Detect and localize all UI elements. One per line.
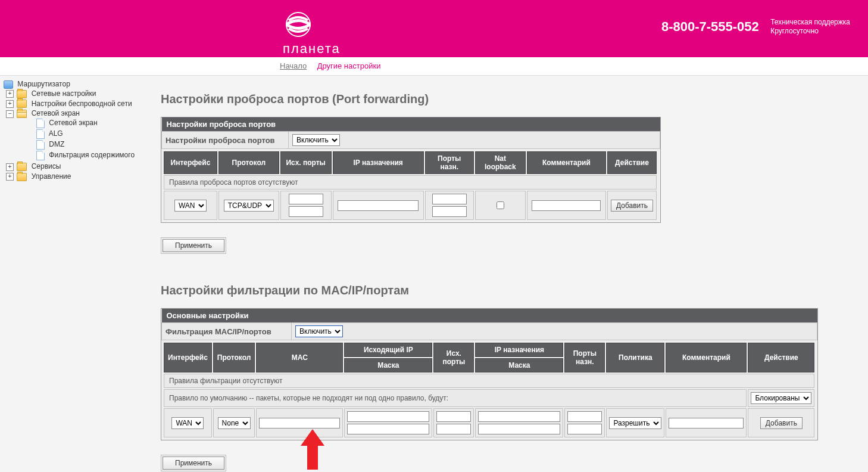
tree-item-wireless[interactable]: + Настройки беспроводной сети xyxy=(5,100,132,108)
col-iface: Интерфейс xyxy=(164,151,217,174)
macfilter-srcmask-input[interactable] xyxy=(347,424,429,434)
page-icon xyxy=(36,151,45,160)
annotation-arrow xyxy=(301,429,324,470)
folder-open-icon xyxy=(17,110,27,118)
portfwd-label: Настройки проброса портов xyxy=(162,132,289,149)
col-dstports: Порты назн. xyxy=(425,151,474,174)
box-title-macfilter: Основные настройки xyxy=(162,309,817,323)
macfilter-table: Интерфейс Протокол MAC Исходящий IP Исх.… xyxy=(163,341,816,439)
tree-item-network[interactable]: + Сетевые настройки xyxy=(5,89,96,98)
support-line-2: Круглосуточно xyxy=(770,27,819,35)
macfilter-dstport-from[interactable] xyxy=(567,411,602,422)
macfilter-srcport-to[interactable] xyxy=(436,424,471,434)
tree-item-firewall[interactable]: − Сетевой экран xyxy=(5,109,80,117)
portfwd-enable-select[interactable]: Включить xyxy=(292,134,340,146)
header: планета 8-800-7-555-052 Техническая подд… xyxy=(0,0,868,57)
portfwd-srcport-from[interactable] xyxy=(289,194,323,204)
section-title-portfwd: Настройки проброса портов (Port forwardi… xyxy=(161,92,828,106)
tree-item-fw-general[interactable]: Сетевой экран xyxy=(26,119,98,127)
col-iface: Интерфейс xyxy=(164,343,212,372)
tree-item-dmz[interactable]: DMZ xyxy=(26,140,64,148)
brand-name: планета xyxy=(283,41,341,57)
macfilter-proto-select[interactable]: None xyxy=(218,417,251,429)
portfwd-box: Настройки проброса портов Настройки проб… xyxy=(161,117,661,223)
portfwd-add-button[interactable]: Добавить xyxy=(611,200,653,212)
nav-current[interactable]: Другие настройки xyxy=(317,61,381,70)
portfwd-empty-msg: Правила проброса портов отсутствуют xyxy=(164,175,657,190)
col-dstmask: Маска xyxy=(475,358,563,372)
macfilter-default-rule-msg: Правило по умолчанию -- пакеты, которые … xyxy=(164,389,747,407)
macfilter-srcport-from[interactable] xyxy=(436,411,471,422)
macfilter-iface-select[interactable]: WAN xyxy=(171,417,204,429)
col-srcip: Исходящий IP xyxy=(344,343,432,357)
portfwd-dstport-from[interactable] xyxy=(432,194,467,204)
macfilter-apply-button[interactable]: Применить xyxy=(163,457,224,470)
tree-item-services[interactable]: + Сервисы xyxy=(5,162,61,170)
folder-icon xyxy=(17,100,27,108)
macfilter-add-button[interactable]: Добавить xyxy=(760,417,803,429)
portfwd-apply-button[interactable]: Применить xyxy=(163,239,224,252)
folder-icon xyxy=(17,90,27,98)
col-natloop: Nat loopback xyxy=(475,151,526,174)
macfilter-empty-msg: Правила фильтрации отсутствуют xyxy=(164,374,814,388)
macfilter-policy-select[interactable]: Разрешить xyxy=(609,417,661,429)
tree-item-content-filter[interactable]: Фильтрация содержимого xyxy=(26,151,135,159)
macfilter-default-policy-select[interactable]: Блокированы xyxy=(751,392,811,404)
portfwd-natloop-checkbox[interactable] xyxy=(497,201,504,209)
collapse-icon[interactable]: − xyxy=(6,110,14,118)
portfwd-dstport-to[interactable] xyxy=(432,206,467,217)
tree-item-alg[interactable]: ALG xyxy=(26,129,63,138)
box-title-portfwd: Настройки проброса портов xyxy=(162,117,660,132)
macfilter-mac-input[interactable] xyxy=(259,418,340,428)
macfilter-srcip-input[interactable] xyxy=(347,411,429,422)
col-comment: Комментарий xyxy=(527,151,606,174)
tree-item-management[interactable]: + Управление xyxy=(5,172,71,181)
col-action: Действие xyxy=(607,151,657,174)
portfwd-proto-select[interactable]: TCP&UDP xyxy=(224,200,274,212)
col-dstports: Порты назн. xyxy=(564,343,605,372)
macfilter-dstip-input[interactable] xyxy=(478,411,560,422)
portfwd-dstip-input[interactable] xyxy=(338,200,419,211)
section-title-macfilter: Настройки фильтрации по MAC/IP/портам xyxy=(161,284,828,297)
nav-home[interactable]: Начало xyxy=(280,61,307,70)
portfwd-iface-select[interactable]: WAN xyxy=(174,200,207,212)
portfwd-new-row: WAN TCP&UDP Добавить xyxy=(164,191,657,220)
macfilter-comment-input[interactable] xyxy=(669,418,744,428)
col-srcmask: Маска xyxy=(344,358,432,372)
col-policy: Политика xyxy=(606,343,664,372)
support-phone: 8-800-7-555-052 xyxy=(661,19,759,35)
folder-icon xyxy=(17,173,27,181)
page-icon xyxy=(36,129,45,139)
brand-logo: планета xyxy=(283,11,341,57)
portfwd-comment-input[interactable] xyxy=(532,200,601,211)
macfilter-dstport-to[interactable] xyxy=(567,424,602,434)
macfilter-dstmask-input[interactable] xyxy=(478,424,560,434)
expand-icon[interactable]: + xyxy=(6,163,14,171)
col-proto: Протокол xyxy=(213,343,255,372)
macfilter-label: Фильтрация MAC/IP/портов xyxy=(162,323,292,340)
tree-root[interactable]: Маршрутизатор xyxy=(2,80,70,88)
macfilter-box: Основные настройки Фильтрация MAC/IP/пор… xyxy=(161,308,818,440)
breadcrumb: Начало Другие настройки xyxy=(0,57,868,76)
col-dstip: IP назначения xyxy=(475,343,563,357)
planet-logo-icon xyxy=(283,11,314,40)
col-srcports: Исх. порты xyxy=(280,151,332,174)
expand-icon[interactable]: + xyxy=(6,90,14,98)
router-icon xyxy=(4,80,13,89)
col-mac: MAC xyxy=(256,343,343,372)
support-block: 8-800-7-555-052 Техническая поддержка Кр… xyxy=(661,18,850,36)
sidebar: Маршрутизатор + Сетевые настройки + Наст… xyxy=(0,76,155,472)
page-icon xyxy=(36,140,45,150)
expand-icon[interactable]: + xyxy=(6,100,14,108)
folder-icon xyxy=(17,163,27,171)
expand-icon[interactable]: + xyxy=(6,173,14,181)
page-icon xyxy=(36,119,45,128)
macfilter-enable-select[interactable]: Включить xyxy=(295,325,343,337)
portfwd-srcport-to[interactable] xyxy=(289,206,323,217)
col-proto: Протокол xyxy=(218,151,279,174)
macfilter-new-row: WAN None xyxy=(164,408,814,437)
col-srcports: Исх. порты xyxy=(433,343,474,372)
col-action: Действие xyxy=(748,343,814,372)
tree-root-label[interactable]: Маршрутизатор xyxy=(17,80,70,88)
col-dstip: IP назначения xyxy=(333,151,424,174)
